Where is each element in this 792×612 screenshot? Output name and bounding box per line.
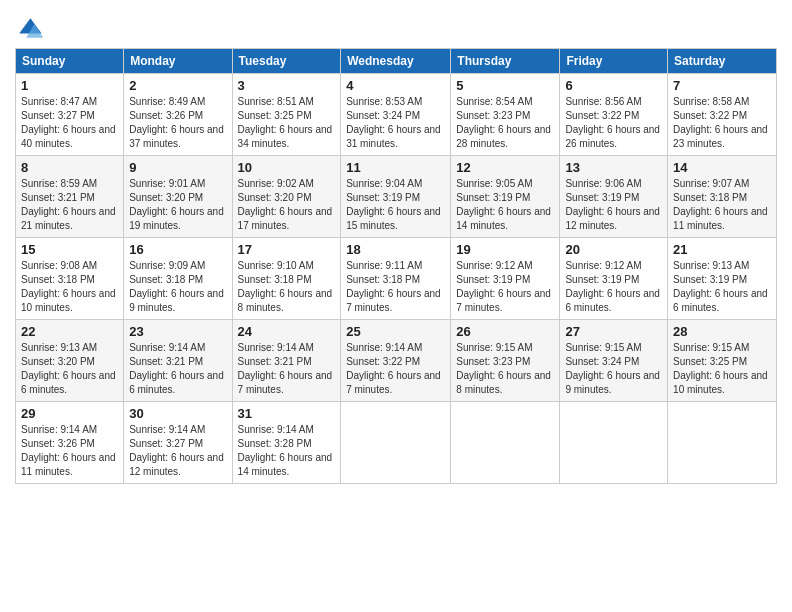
day-number: 25 — [346, 324, 445, 339]
calendar-cell: 20 Sunrise: 9:12 AMSunset: 3:19 PMDaylig… — [560, 238, 668, 320]
day-number: 6 — [565, 78, 662, 93]
calendar-cell: 12 Sunrise: 9:05 AMSunset: 3:19 PMDaylig… — [451, 156, 560, 238]
day-number: 24 — [238, 324, 336, 339]
calendar-cell: 28 Sunrise: 9:15 AMSunset: 3:25 PMDaylig… — [668, 320, 777, 402]
day-number: 14 — [673, 160, 771, 175]
calendar-table: SundayMondayTuesdayWednesdayThursdayFrid… — [15, 48, 777, 484]
calendar-cell — [560, 402, 668, 484]
day-number: 20 — [565, 242, 662, 257]
day-info: Sunrise: 9:12 AMSunset: 3:19 PMDaylight:… — [456, 260, 551, 313]
day-info: Sunrise: 9:02 AMSunset: 3:20 PMDaylight:… — [238, 178, 333, 231]
calendar-header-saturday: Saturday — [668, 49, 777, 74]
calendar-week-row: 1 Sunrise: 8:47 AMSunset: 3:27 PMDayligh… — [16, 74, 777, 156]
day-number: 27 — [565, 324, 662, 339]
day-info: Sunrise: 8:58 AMSunset: 3:22 PMDaylight:… — [673, 96, 768, 149]
calendar-cell: 6 Sunrise: 8:56 AMSunset: 3:22 PMDayligh… — [560, 74, 668, 156]
day-info: Sunrise: 9:15 AMSunset: 3:23 PMDaylight:… — [456, 342, 551, 395]
day-info: Sunrise: 9:09 AMSunset: 3:18 PMDaylight:… — [129, 260, 224, 313]
day-info: Sunrise: 8:49 AMSunset: 3:26 PMDaylight:… — [129, 96, 224, 149]
day-info: Sunrise: 9:01 AMSunset: 3:20 PMDaylight:… — [129, 178, 224, 231]
header — [15, 10, 777, 42]
calendar-cell: 31 Sunrise: 9:14 AMSunset: 3:28 PMDaylig… — [232, 402, 341, 484]
calendar-cell: 26 Sunrise: 9:15 AMSunset: 3:23 PMDaylig… — [451, 320, 560, 402]
calendar-cell: 23 Sunrise: 9:14 AMSunset: 3:21 PMDaylig… — [124, 320, 232, 402]
day-number: 9 — [129, 160, 226, 175]
day-number: 21 — [673, 242, 771, 257]
day-number: 5 — [456, 78, 554, 93]
day-number: 15 — [21, 242, 118, 257]
calendar-cell: 19 Sunrise: 9:12 AMSunset: 3:19 PMDaylig… — [451, 238, 560, 320]
day-info: Sunrise: 9:15 AMSunset: 3:24 PMDaylight:… — [565, 342, 660, 395]
day-number: 3 — [238, 78, 336, 93]
calendar-cell: 11 Sunrise: 9:04 AMSunset: 3:19 PMDaylig… — [341, 156, 451, 238]
day-info: Sunrise: 9:14 AMSunset: 3:26 PMDaylight:… — [21, 424, 116, 477]
day-info: Sunrise: 9:07 AMSunset: 3:18 PMDaylight:… — [673, 178, 768, 231]
day-number: 1 — [21, 78, 118, 93]
day-info: Sunrise: 8:56 AMSunset: 3:22 PMDaylight:… — [565, 96, 660, 149]
calendar-header-sunday: Sunday — [16, 49, 124, 74]
calendar-header-row: SundayMondayTuesdayWednesdayThursdayFrid… — [16, 49, 777, 74]
calendar-week-row: 22 Sunrise: 9:13 AMSunset: 3:20 PMDaylig… — [16, 320, 777, 402]
day-number: 22 — [21, 324, 118, 339]
day-number: 17 — [238, 242, 336, 257]
day-info: Sunrise: 9:13 AMSunset: 3:19 PMDaylight:… — [673, 260, 768, 313]
day-info: Sunrise: 8:54 AMSunset: 3:23 PMDaylight:… — [456, 96, 551, 149]
day-info: Sunrise: 9:10 AMSunset: 3:18 PMDaylight:… — [238, 260, 333, 313]
calendar-cell: 16 Sunrise: 9:09 AMSunset: 3:18 PMDaylig… — [124, 238, 232, 320]
day-number: 31 — [238, 406, 336, 421]
day-info: Sunrise: 9:08 AMSunset: 3:18 PMDaylight:… — [21, 260, 116, 313]
calendar-cell: 30 Sunrise: 9:14 AMSunset: 3:27 PMDaylig… — [124, 402, 232, 484]
calendar-cell: 9 Sunrise: 9:01 AMSunset: 3:20 PMDayligh… — [124, 156, 232, 238]
calendar-cell: 10 Sunrise: 9:02 AMSunset: 3:20 PMDaylig… — [232, 156, 341, 238]
calendar-header-wednesday: Wednesday — [341, 49, 451, 74]
calendar-cell: 7 Sunrise: 8:58 AMSunset: 3:22 PMDayligh… — [668, 74, 777, 156]
page: SundayMondayTuesdayWednesdayThursdayFrid… — [0, 0, 792, 612]
day-number: 16 — [129, 242, 226, 257]
calendar-cell: 24 Sunrise: 9:14 AMSunset: 3:21 PMDaylig… — [232, 320, 341, 402]
day-number: 28 — [673, 324, 771, 339]
day-number: 7 — [673, 78, 771, 93]
logo-icon — [15, 14, 43, 42]
day-info: Sunrise: 8:53 AMSunset: 3:24 PMDaylight:… — [346, 96, 441, 149]
day-info: Sunrise: 9:14 AMSunset: 3:21 PMDaylight:… — [129, 342, 224, 395]
day-info: Sunrise: 8:51 AMSunset: 3:25 PMDaylight:… — [238, 96, 333, 149]
calendar-cell — [668, 402, 777, 484]
day-info: Sunrise: 8:59 AMSunset: 3:21 PMDaylight:… — [21, 178, 116, 231]
day-number: 8 — [21, 160, 118, 175]
day-info: Sunrise: 9:14 AMSunset: 3:27 PMDaylight:… — [129, 424, 224, 477]
day-info: Sunrise: 9:04 AMSunset: 3:19 PMDaylight:… — [346, 178, 441, 231]
day-number: 18 — [346, 242, 445, 257]
logo — [15, 14, 47, 42]
day-info: Sunrise: 9:13 AMSunset: 3:20 PMDaylight:… — [21, 342, 116, 395]
calendar-cell: 25 Sunrise: 9:14 AMSunset: 3:22 PMDaylig… — [341, 320, 451, 402]
calendar-cell: 13 Sunrise: 9:06 AMSunset: 3:19 PMDaylig… — [560, 156, 668, 238]
calendar-cell: 15 Sunrise: 9:08 AMSunset: 3:18 PMDaylig… — [16, 238, 124, 320]
calendar-cell: 18 Sunrise: 9:11 AMSunset: 3:18 PMDaylig… — [341, 238, 451, 320]
day-number: 10 — [238, 160, 336, 175]
day-info: Sunrise: 9:05 AMSunset: 3:19 PMDaylight:… — [456, 178, 551, 231]
day-number: 26 — [456, 324, 554, 339]
day-number: 29 — [21, 406, 118, 421]
calendar-cell — [341, 402, 451, 484]
day-number: 19 — [456, 242, 554, 257]
day-info: Sunrise: 9:15 AMSunset: 3:25 PMDaylight:… — [673, 342, 768, 395]
calendar-cell: 29 Sunrise: 9:14 AMSunset: 3:26 PMDaylig… — [16, 402, 124, 484]
calendar-header-thursday: Thursday — [451, 49, 560, 74]
calendar-cell: 17 Sunrise: 9:10 AMSunset: 3:18 PMDaylig… — [232, 238, 341, 320]
calendar-cell: 22 Sunrise: 9:13 AMSunset: 3:20 PMDaylig… — [16, 320, 124, 402]
calendar-week-row: 15 Sunrise: 9:08 AMSunset: 3:18 PMDaylig… — [16, 238, 777, 320]
day-info: Sunrise: 8:47 AMSunset: 3:27 PMDaylight:… — [21, 96, 116, 149]
day-number: 11 — [346, 160, 445, 175]
day-number: 4 — [346, 78, 445, 93]
day-number: 30 — [129, 406, 226, 421]
calendar-cell: 8 Sunrise: 8:59 AMSunset: 3:21 PMDayligh… — [16, 156, 124, 238]
calendar-cell: 5 Sunrise: 8:54 AMSunset: 3:23 PMDayligh… — [451, 74, 560, 156]
calendar-cell: 1 Sunrise: 8:47 AMSunset: 3:27 PMDayligh… — [16, 74, 124, 156]
day-number: 2 — [129, 78, 226, 93]
calendar-cell: 14 Sunrise: 9:07 AMSunset: 3:18 PMDaylig… — [668, 156, 777, 238]
day-number: 12 — [456, 160, 554, 175]
day-number: 23 — [129, 324, 226, 339]
calendar-cell: 2 Sunrise: 8:49 AMSunset: 3:26 PMDayligh… — [124, 74, 232, 156]
day-number: 13 — [565, 160, 662, 175]
calendar-week-row: 29 Sunrise: 9:14 AMSunset: 3:26 PMDaylig… — [16, 402, 777, 484]
